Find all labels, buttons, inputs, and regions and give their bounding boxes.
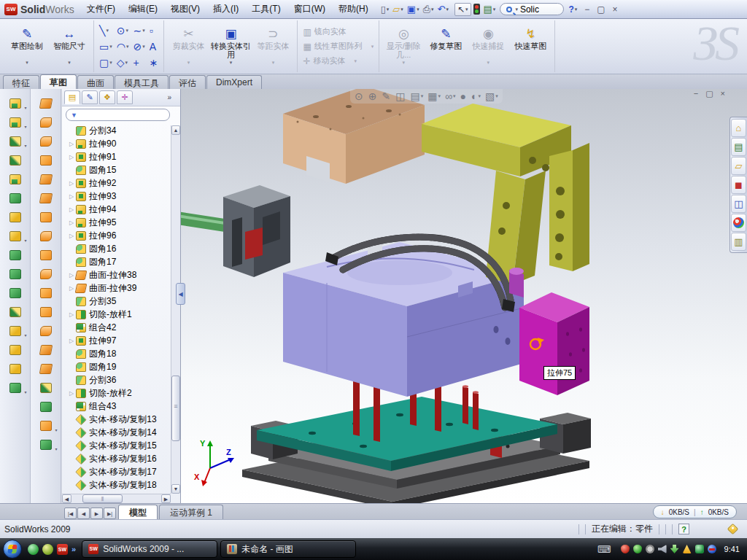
scroll-thumb[interactable] xyxy=(171,376,180,441)
tags-icon[interactable] xyxy=(727,524,739,535)
quick-tool-button[interactable]: ▱▾ xyxy=(391,3,405,15)
sketch-entity-button[interactable]: ▢▾ xyxy=(98,55,114,71)
menu-item[interactable]: 文件(F) xyxy=(80,0,122,18)
surface-tool-button[interactable] xyxy=(34,322,58,339)
sketch-entity-button[interactable]: ∼▾ xyxy=(131,23,146,39)
panel-chevron[interactable]: » xyxy=(167,93,179,101)
tab-nav-button[interactable]: ◀ xyxy=(77,508,90,519)
tree-item[interactable]: ▷ 拉伸90 xyxy=(69,137,170,150)
sketch-entity-button[interactable]: ⊙▾ xyxy=(115,23,131,39)
command-row[interactable]: ▦线性草图阵列▾ xyxy=(301,40,375,53)
taskbar-clock[interactable]: 9:41 xyxy=(724,545,740,553)
ribbon-tab[interactable]: 草图 xyxy=(40,74,77,89)
tree-item[interactable]: 实体-移动/复制13 xyxy=(69,413,170,426)
tree-vertical-scrollbar[interactable]: ▲ ▼ xyxy=(171,125,180,494)
surface-tool-button[interactable] xyxy=(34,341,58,358)
feature-tool-button[interactable] xyxy=(3,303,28,320)
panel-tab[interactable]: ✛ xyxy=(117,90,133,104)
menu-item[interactable]: 工具(T) xyxy=(245,0,287,18)
taskbar-window-button[interactable]: 未命名 - 画图 xyxy=(220,540,356,558)
quick-tool-button[interactable]: ▯▾ xyxy=(379,3,391,15)
expand-arrow-icon[interactable]: ▷ xyxy=(69,193,76,200)
quicklaunch-solidworks-icon[interactable]: SW xyxy=(57,544,68,555)
sketch-entity-button[interactable]: ╲▾ xyxy=(98,23,114,39)
tree-item[interactable]: 实体-移动/复制17 xyxy=(69,465,170,478)
command-button[interactable]: ✎修复草图 xyxy=(425,22,466,71)
tray-icon[interactable] xyxy=(695,545,704,553)
tree-item[interactable]: 分割34 xyxy=(69,124,170,137)
tree-item[interactable]: ▷ 曲面-拉伸38 xyxy=(69,268,170,281)
surface-tool-button[interactable] xyxy=(34,398,58,415)
feature-tool-button[interactable]: ▾ xyxy=(3,95,28,112)
tab-nav-button[interactable]: ▶ xyxy=(90,508,103,519)
surface-tool-button[interactable] xyxy=(34,114,58,131)
sketch-entity-button[interactable]: A xyxy=(148,39,160,55)
start-button[interactable] xyxy=(3,540,22,559)
select-tool-button[interactable]: ↖▾ xyxy=(454,3,471,16)
scroll-down-arrow[interactable]: ▼ xyxy=(171,484,180,494)
command-button[interactable]: ◉快速捕捉▾ xyxy=(468,22,508,71)
surface-tool-button[interactable] xyxy=(34,133,58,149)
view-tool-button[interactable]: ▤▾ xyxy=(409,90,425,103)
expand-arrow-icon[interactable]: ▷ xyxy=(69,233,76,239)
menu-item[interactable]: 插入(I) xyxy=(206,0,245,18)
surface-tool-button[interactable] xyxy=(34,284,58,301)
tree-item[interactable]: 分割36 xyxy=(69,373,170,386)
quicklaunch-security-icon[interactable] xyxy=(42,544,53,555)
tree-item[interactable]: ▷ 拉伸93 xyxy=(69,190,170,203)
task-pane-button[interactable]: ▥ xyxy=(731,233,746,251)
feature-tool-button[interactable] xyxy=(3,246,28,263)
view-tool-button[interactable]: ● xyxy=(458,90,468,103)
graphics-viewport[interactable]: ⊙⊕✎◫▤▾▦▾∞▾●◐▾▧▾ − ▢ × ⌂▤▱◼◫▥ 拉伸75 xyxy=(181,89,747,503)
feature-tool-button[interactable] xyxy=(3,341,28,358)
expand-arrow-icon[interactable]: ▷ xyxy=(69,390,76,397)
surface-tool-button[interactable] xyxy=(34,246,58,263)
tray-icon[interactable] xyxy=(708,545,716,553)
view-tool-button[interactable]: ▦▾ xyxy=(426,90,442,103)
expand-arrow-icon[interactable]: ▷ xyxy=(69,206,76,213)
tree-item[interactable]: ▷ 拉伸95 xyxy=(69,216,170,229)
scroll-thumb[interactable] xyxy=(82,494,123,503)
tree-horizontal-scrollbar[interactable]: ◀ ▶ xyxy=(62,494,171,503)
tree-item[interactable]: 实体-移动/复制15 xyxy=(69,439,170,452)
menu-item[interactable]: 视图(V) xyxy=(164,0,206,18)
tree-item[interactable]: ▷ 曲面-拉伸39 xyxy=(69,281,170,295)
options-button[interactable]: ▤▾ xyxy=(482,3,498,15)
task-pane-button[interactable]: ⌂ xyxy=(731,119,746,137)
tab-nav-button[interactable]: |◀ xyxy=(64,508,77,519)
view-tool-button[interactable]: ✎ xyxy=(380,90,392,103)
tree-item[interactable]: 实体-移动/复制18 xyxy=(69,478,170,491)
search-box[interactable]: ▾ Solic xyxy=(500,3,564,15)
tree-item[interactable]: 圆角18 xyxy=(69,347,170,360)
command-button[interactable]: ▣转换实体引用▾ xyxy=(210,22,251,71)
feature-tool-button[interactable]: ▾ xyxy=(3,322,28,339)
ribbon-tab[interactable]: 曲面 xyxy=(77,75,114,89)
command-row[interactable]: ▥镜向实体 xyxy=(301,26,375,39)
tree-filter-box[interactable]: ▼ xyxy=(66,109,170,121)
tree-item[interactable]: 圆角15 xyxy=(69,163,170,176)
surface-tool-button[interactable] xyxy=(34,379,58,396)
command-button[interactable]: ✂剪裁实体▾ xyxy=(168,22,209,71)
command-button[interactable]: ✎草图绘制▾ xyxy=(7,22,47,71)
close-button[interactable]: × xyxy=(611,4,619,15)
quick-tips-help-button[interactable]: ? xyxy=(678,524,689,534)
scroll-right-arrow[interactable]: ▶ xyxy=(161,494,171,503)
part-gray-tool-head[interactable] xyxy=(181,185,290,277)
tree-item[interactable]: ▷ 切除-放样1 xyxy=(69,308,170,321)
scroll-left-arrow[interactable]: ◀ xyxy=(62,494,71,503)
feature-tool-button[interactable] xyxy=(3,265,28,282)
tree-item[interactable]: ▷ 拉伸94 xyxy=(69,203,170,216)
tray-icon[interactable] xyxy=(633,545,642,553)
command-button[interactable]: ◎显示/删除几...▾ xyxy=(383,22,424,71)
model-tab[interactable]: 模型 xyxy=(118,505,158,519)
panel-tab[interactable]: ▤ xyxy=(64,90,80,104)
quick-tool-button[interactable]: ▣▾ xyxy=(406,3,421,15)
expand-arrow-icon[interactable]: ▷ xyxy=(69,180,76,187)
task-pane-button[interactable]: ▤ xyxy=(731,138,746,156)
tree-item[interactable]: 分割35 xyxy=(69,295,170,308)
tray-icon[interactable] xyxy=(621,545,630,553)
task-pane-button[interactable] xyxy=(731,214,746,232)
sketch-entity-button[interactable]: + xyxy=(131,55,146,71)
feature-tool-button[interactable]: ▾ xyxy=(3,133,28,149)
expand-arrow-icon[interactable]: ▷ xyxy=(69,311,76,318)
